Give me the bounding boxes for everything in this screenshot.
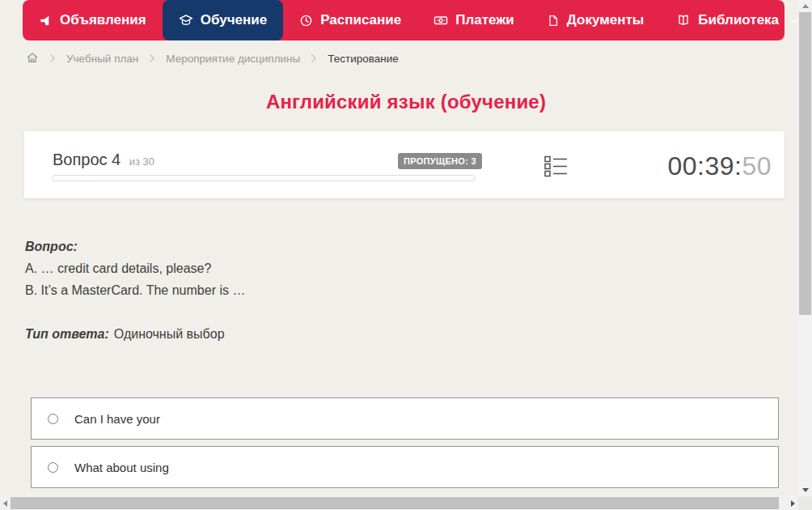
question-progress-bar [52,175,476,181]
answer-type-line: Тип ответа:Одиночный выбор [25,327,225,342]
answer-option-1[interactable]: Can I have your [31,397,779,440]
nav-tab-label: Обучение [201,12,267,28]
clock-icon [299,14,313,28]
scroll-right-arrow-icon[interactable] [788,496,798,510]
answer-option-2[interactable]: What about using [31,446,779,488]
page-title: Английский язык (обучение) [0,91,812,113]
question-line-b: B. It’s a MasterCard. The number is … [25,279,245,301]
radio-button[interactable] [48,462,58,473]
cash-icon [433,13,448,28]
horizontal-scrollbar[interactable] [0,496,798,510]
megaphone-icon [39,14,53,28]
radio-button[interactable] [48,414,58,424]
question-text-block: Вопрос: A. … credit card details, please… [25,236,245,301]
top-navigation: Объявления Обучение Расписание Платежи Д… [23,0,785,40]
breadcrumb-item-discipline-event[interactable]: Мероприятие дисциплины [166,53,300,65]
question-list-button[interactable] [543,155,569,177]
nav-tab-announcements[interactable]: Объявления [23,0,163,40]
nav-tab-library[interactable]: Библиотека [660,0,812,40]
timer: 00:39:50 [667,151,772,181]
question-header-card: Вопрос 4 из 30 ПРОПУЩЕНО: 3 00:39:50 [24,131,785,198]
home-icon[interactable] [26,51,39,66]
answer-option-label: What about using [74,461,169,474]
nav-tab-schedule[interactable]: Расписание [283,0,417,40]
answer-type-label: Тип ответа: [25,327,109,341]
vertical-scrollbar[interactable] [798,0,812,496]
nav-tab-documents[interactable]: Документы [531,0,661,40]
skipped-badge: ПРОПУЩЕНО: 3 [398,153,482,169]
scroll-left-arrow-icon[interactable] [0,496,11,510]
breadcrumb: Учебный план Мероприятие дисциплины Тест… [26,50,399,66]
question-total: из 30 [129,155,154,168]
scroll-down-arrow-icon[interactable] [798,484,812,496]
book-icon [676,13,691,28]
nav-tab-learning[interactable]: Обучение [163,0,283,40]
nav-tab-label: Библиотека [698,12,779,28]
horizontal-scrollbar-thumb[interactable] [11,497,779,509]
breadcrumb-separator-icon [149,53,155,63]
nav-tab-label: Расписание [320,12,401,28]
breadcrumb-separator-icon [49,53,56,63]
timer-seconds: 50 [742,151,772,181]
nav-tab-label: Документы [567,12,645,28]
graduation-cap-icon [179,13,193,28]
breadcrumb-item-curriculum[interactable]: Учебный план [66,53,138,65]
nav-tab-label: Платежи [455,12,514,28]
question-line-a: A. … credit card details, please? [25,257,245,279]
question-number: Вопрос 4 [53,151,121,168]
timer-hours-minutes: 00:39: [667,151,742,181]
nav-tab-payments[interactable]: Платежи [417,0,531,40]
scrollbar-corner [798,496,812,510]
question-list-icon [544,155,568,177]
question-heading: Вопрос: [25,236,245,257]
scroll-up-arrow-icon[interactable] [798,0,812,12]
breadcrumb-item-testing: Тестирование [328,53,399,65]
question-counter: Вопрос 4 из 30 [53,151,154,169]
breadcrumb-separator-icon [311,53,317,63]
vertical-scrollbar-thumb[interactable] [799,12,811,315]
document-icon [547,14,560,28]
nav-tab-label: Объявления [60,12,146,28]
answer-option-label: Can I have your [74,412,160,426]
answer-type-value: Одиночный выбор [114,327,225,341]
